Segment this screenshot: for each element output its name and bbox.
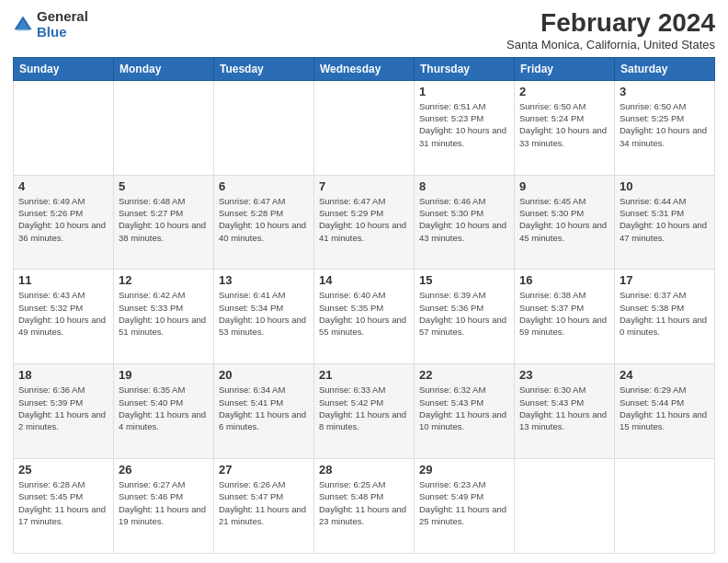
calendar-cell-4-2: 27Sunrise: 6:26 AM Sunset: 5:47 PM Dayli… [214, 459, 314, 554]
calendar-cell-1-5: 9Sunrise: 6:45 AM Sunset: 5:30 PM Daylig… [515, 175, 615, 270]
day-number: 19 [119, 368, 209, 382]
day-info: Sunrise: 6:33 AM Sunset: 5:42 PM Dayligh… [319, 384, 409, 432]
day-info: Sunrise: 6:23 AM Sunset: 5:49 PM Dayligh… [419, 478, 509, 527]
calendar-cell-0-2 [214, 80, 314, 175]
day-info: Sunrise: 6:42 AM Sunset: 5:33 PM Dayligh… [119, 289, 209, 338]
day-info: Sunrise: 6:48 AM Sunset: 5:27 PM Dayligh… [119, 195, 209, 244]
calendar-cell-0-1 [114, 80, 214, 175]
week-row-3: 18Sunrise: 6:36 AM Sunset: 5:39 PM Dayli… [14, 364, 715, 459]
day-number: 9 [519, 179, 609, 193]
day-info: Sunrise: 6:47 AM Sunset: 5:29 PM Dayligh… [319, 195, 409, 244]
calendar-cell-2-2: 13Sunrise: 6:41 AM Sunset: 5:34 PM Dayli… [214, 270, 314, 364]
calendar-cell-4-0: 25Sunrise: 6:28 AM Sunset: 5:45 PM Dayli… [14, 459, 114, 554]
calendar-cell-2-3: 14Sunrise: 6:40 AM Sunset: 5:35 PM Dayli… [314, 270, 415, 364]
main-title: February 2024 [506, 9, 715, 38]
calendar-cell-4-1: 26Sunrise: 6:27 AM Sunset: 5:46 PM Dayli… [114, 459, 214, 554]
col-friday: Friday [515, 57, 615, 80]
calendar-body: 1Sunrise: 6:51 AM Sunset: 5:23 PM Daylig… [14, 80, 715, 553]
day-number: 29 [419, 463, 509, 477]
day-info: Sunrise: 6:45 AM Sunset: 5:30 PM Dayligh… [519, 195, 609, 244]
day-info: Sunrise: 6:26 AM Sunset: 5:47 PM Dayligh… [219, 478, 309, 527]
day-info: Sunrise: 6:27 AM Sunset: 5:46 PM Dayligh… [119, 478, 209, 527]
day-number: 18 [18, 368, 108, 382]
col-sunday: Sunday [14, 57, 114, 80]
day-number: 7 [319, 179, 409, 193]
day-number: 6 [219, 179, 309, 193]
col-wednesday: Wednesday [314, 57, 415, 80]
day-info: Sunrise: 6:50 AM Sunset: 5:25 PM Dayligh… [620, 100, 710, 149]
day-info: Sunrise: 6:43 AM Sunset: 5:32 PM Dayligh… [18, 289, 108, 338]
day-info: Sunrise: 6:29 AM Sunset: 5:44 PM Dayligh… [620, 384, 710, 432]
day-info: Sunrise: 6:32 AM Sunset: 5:43 PM Dayligh… [419, 384, 509, 432]
calendar-cell-0-4: 1Sunrise: 6:51 AM Sunset: 5:23 PM Daylig… [415, 80, 515, 175]
col-saturday: Saturday [615, 57, 715, 80]
calendar-header-row: Sunday Monday Tuesday Wednesday Thursday… [14, 57, 715, 80]
day-info: Sunrise: 6:47 AM Sunset: 5:28 PM Dayligh… [219, 195, 309, 244]
day-number: 1 [419, 85, 509, 98]
day-info: Sunrise: 6:40 AM Sunset: 5:35 PM Dayligh… [319, 289, 409, 338]
logo-general: General [37, 9, 88, 25]
calendar-cell-4-5 [515, 459, 615, 554]
day-info: Sunrise: 6:41 AM Sunset: 5:34 PM Dayligh… [219, 289, 309, 338]
day-number: 15 [419, 273, 509, 287]
day-info: Sunrise: 6:44 AM Sunset: 5:31 PM Dayligh… [620, 195, 710, 244]
calendar-cell-1-4: 8Sunrise: 6:46 AM Sunset: 5:30 PM Daylig… [415, 175, 515, 270]
day-number: 27 [219, 463, 309, 477]
day-info: Sunrise: 6:36 AM Sunset: 5:39 PM Dayligh… [18, 384, 108, 432]
day-info: Sunrise: 6:49 AM Sunset: 5:26 PM Dayligh… [18, 195, 108, 244]
calendar-cell-3-6: 24Sunrise: 6:29 AM Sunset: 5:44 PM Dayli… [615, 364, 715, 459]
calendar-cell-0-3 [314, 80, 415, 175]
col-tuesday: Tuesday [214, 57, 314, 80]
day-info: Sunrise: 6:25 AM Sunset: 5:48 PM Dayligh… [319, 478, 409, 527]
col-monday: Monday [114, 57, 214, 80]
day-info: Sunrise: 6:37 AM Sunset: 5:38 PM Dayligh… [620, 289, 710, 338]
calendar-cell-0-0 [14, 80, 114, 175]
calendar-cell-1-1: 5Sunrise: 6:48 AM Sunset: 5:27 PM Daylig… [114, 175, 214, 270]
calendar-cell-3-5: 23Sunrise: 6:30 AM Sunset: 5:43 PM Dayli… [515, 364, 615, 459]
calendar-cell-3-2: 20Sunrise: 6:34 AM Sunset: 5:41 PM Dayli… [214, 364, 314, 459]
day-number: 4 [18, 179, 108, 193]
day-number: 24 [620, 368, 710, 382]
day-info: Sunrise: 6:34 AM Sunset: 5:41 PM Dayligh… [219, 384, 309, 432]
day-number: 3 [620, 85, 710, 98]
calendar-cell-2-6: 17Sunrise: 6:37 AM Sunset: 5:38 PM Dayli… [615, 270, 715, 364]
logo-text: General Blue [37, 9, 88, 40]
day-info: Sunrise: 6:39 AM Sunset: 5:36 PM Dayligh… [419, 289, 509, 338]
logo-icon [13, 15, 33, 35]
day-info: Sunrise: 6:35 AM Sunset: 5:40 PM Dayligh… [119, 384, 209, 432]
calendar-table: Sunday Monday Tuesday Wednesday Thursday… [13, 57, 715, 554]
logo: General Blue [13, 9, 88, 40]
day-number: 22 [419, 368, 509, 382]
day-info: Sunrise: 6:51 AM Sunset: 5:23 PM Dayligh… [419, 100, 509, 149]
logo-blue: Blue [37, 25, 88, 40]
calendar-cell-4-6 [615, 459, 715, 554]
week-row-2: 11Sunrise: 6:43 AM Sunset: 5:32 PM Dayli… [14, 270, 715, 364]
day-number: 8 [419, 179, 509, 193]
day-number: 17 [620, 273, 710, 287]
day-number: 23 [519, 368, 609, 382]
calendar-cell-1-3: 7Sunrise: 6:47 AM Sunset: 5:29 PM Daylig… [314, 175, 415, 270]
day-info: Sunrise: 6:46 AM Sunset: 5:30 PM Dayligh… [419, 195, 509, 244]
calendar-cell-1-2: 6Sunrise: 6:47 AM Sunset: 5:28 PM Daylig… [214, 175, 314, 270]
day-number: 28 [319, 463, 409, 477]
week-row-0: 1Sunrise: 6:51 AM Sunset: 5:23 PM Daylig… [14, 80, 715, 175]
day-number: 21 [319, 368, 409, 382]
header: General Blue February 2024 Santa Monica,… [13, 9, 715, 52]
page: General Blue February 2024 Santa Monica,… [0, 0, 728, 563]
col-thursday: Thursday [415, 57, 515, 80]
day-number: 14 [319, 273, 409, 287]
week-row-1: 4Sunrise: 6:49 AM Sunset: 5:26 PM Daylig… [14, 175, 715, 270]
calendar-cell-4-3: 28Sunrise: 6:25 AM Sunset: 5:48 PM Dayli… [314, 459, 415, 554]
calendar-cell-2-1: 12Sunrise: 6:42 AM Sunset: 5:33 PM Dayli… [114, 270, 214, 364]
calendar-cell-1-6: 10Sunrise: 6:44 AM Sunset: 5:31 PM Dayli… [615, 175, 715, 270]
calendar-cell-0-6: 3Sunrise: 6:50 AM Sunset: 5:25 PM Daylig… [615, 80, 715, 175]
calendar-cell-4-4: 29Sunrise: 6:23 AM Sunset: 5:49 PM Dayli… [415, 459, 515, 554]
calendar-cell-3-4: 22Sunrise: 6:32 AM Sunset: 5:43 PM Dayli… [415, 364, 515, 459]
day-number: 13 [219, 273, 309, 287]
day-info: Sunrise: 6:38 AM Sunset: 5:37 PM Dayligh… [519, 289, 609, 338]
calendar-cell-2-4: 15Sunrise: 6:39 AM Sunset: 5:36 PM Dayli… [415, 270, 515, 364]
title-block: February 2024 Santa Monica, California, … [506, 9, 715, 52]
day-number: 26 [119, 463, 209, 477]
calendar-cell-0-5: 2Sunrise: 6:50 AM Sunset: 5:24 PM Daylig… [515, 80, 615, 175]
day-number: 10 [620, 179, 710, 193]
